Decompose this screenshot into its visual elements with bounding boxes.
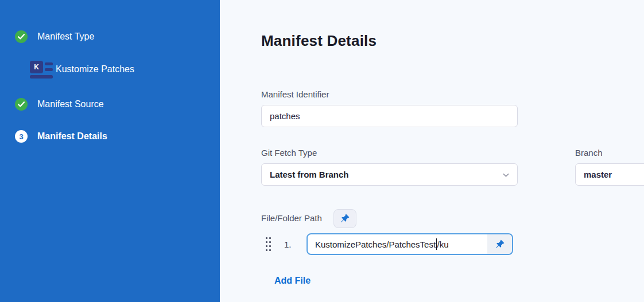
- sidebar-item-manifest-details[interactable]: 3 Manifest Details: [0, 130, 220, 143]
- pin-icon: [340, 214, 350, 223]
- sidebar-item-kustomize-patches[interactable]: K Kustomize Patches: [0, 60, 134, 79]
- manifest-details-panel: Manifest Details Manifest Identifier Git…: [220, 0, 644, 302]
- branch-label: Branch: [575, 148, 644, 158]
- fixed-value-pin-button[interactable]: [333, 209, 356, 228]
- file-path-input[interactable]: KustomizePatches/PatchesTest /ku: [307, 233, 513, 255]
- check-circle-icon: [15, 30, 28, 43]
- sidebar-item-label: Manifest Details: [37, 131, 107, 142]
- sidebar-item-manifest-type[interactable]: Manifest Type: [0, 30, 220, 43]
- add-file-button[interactable]: Add File: [274, 276, 311, 286]
- branch-input[interactable]: [575, 163, 644, 186]
- manifest-identifier-label: Manifest Identifier: [261, 89, 644, 100]
- kustomize-bar-icon: [30, 75, 53, 79]
- git-fetch-type-value: Latest from Branch: [270, 170, 349, 179]
- kustomize-letter-box: K: [30, 61, 43, 73]
- pin-icon: [495, 240, 505, 249]
- fixed-value-pin-button[interactable]: [487, 234, 512, 254]
- path-row-index: 1.: [284, 240, 296, 249]
- kustomize-dash-icon: [45, 68, 53, 71]
- manifest-identifier-field: Manifest Identifier: [261, 89, 644, 127]
- chevron-down-icon: [502, 171, 510, 179]
- step-number-badge: 3: [15, 130, 28, 143]
- kustomize-dash-icon: [45, 62, 53, 65]
- file-path-value: KustomizePatches/PatchesTest: [315, 240, 436, 249]
- git-fetch-type-label: Git Fetch Type: [261, 148, 518, 158]
- checkmark-icon: [18, 34, 25, 40]
- sidebar-item-manifest-source[interactable]: Manifest Source: [0, 98, 220, 111]
- file-folder-path-section: File/Folder Path 1. KustomizePatches/Pat…: [261, 209, 644, 286]
- kustomize-icon: K: [30, 61, 53, 79]
- git-fetch-type-select[interactable]: Latest from Branch: [261, 163, 518, 186]
- branch-field: Branch: [575, 148, 644, 186]
- page-title: Manifest Details: [261, 32, 644, 50]
- git-fetch-type-field: Git Fetch Type Latest from Branch: [261, 148, 518, 186]
- sidebar-item-label: Manifest Type: [37, 32, 94, 42]
- checkmark-icon: [18, 101, 25, 107]
- manifest-identifier-input[interactable]: [261, 105, 518, 127]
- file-path-row: 1. KustomizePatches/PatchesTest /ku: [261, 233, 644, 255]
- sidebar-item-label: Manifest Source: [37, 99, 104, 109]
- check-circle-icon: [15, 98, 28, 111]
- sidebar-subitem-label: Kustomize Patches: [56, 64, 134, 74]
- drag-handle[interactable]: [266, 237, 271, 251]
- file-path-value-after-caret: /ku: [437, 240, 449, 249]
- wizard-sidebar: Manifest Type K Kustomize Patches Manife…: [0, 0, 220, 302]
- file-folder-path-label: File/Folder Path: [261, 213, 322, 223]
